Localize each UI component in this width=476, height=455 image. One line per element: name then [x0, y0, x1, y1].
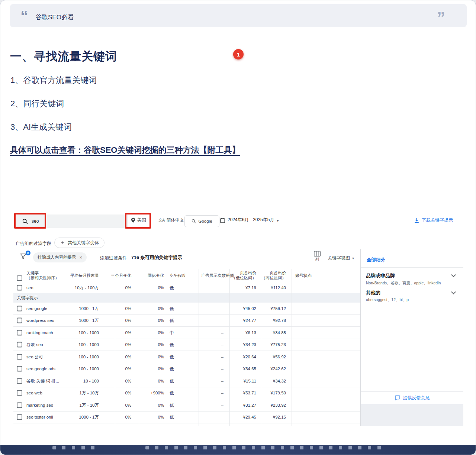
network-chip[interactable]: Google [184, 215, 219, 227]
table-row: seo google ads100 - 10000%0%低–¥34.65¥242… [13, 363, 360, 375]
article-link[interactable]: 具体可以点击查看：谷歌SEO关键词挖掘的三种方法【附工具】 [10, 145, 240, 156]
keyword-planner-screenshot: seo 美国 文A 简体中文 Google 2024年6月 - 2025年5月 … [13, 209, 463, 426]
volume-cell: 1万 - 10万 [80, 402, 99, 408]
keyword-cell: 谷歌 seo [26, 342, 43, 348]
step-badge: 1 [233, 49, 244, 59]
quote-text: 谷歌SEO必看 [35, 13, 74, 22]
table-row: 谷歌 seo100 - 10000%0%低–¥34.23¥775.23 [13, 339, 360, 351]
header-volume[interactable]: 平均每月搜索量 [70, 273, 99, 278]
download-icon [414, 218, 419, 223]
ad-share-cell: – [221, 403, 223, 407]
row-checkbox[interactable] [17, 390, 22, 396]
change-3m-cell: 0% [125, 391, 131, 395]
column-divider [199, 269, 199, 426]
change-3m-cell: 0% [125, 285, 131, 290]
panel-section-brand-values: Non-Brands、谷歌、百度、apple、linkedin [366, 281, 441, 286]
header-top-bid-high[interactable]: 页首出价（高位区间） [261, 271, 286, 280]
keyword-cell: seo web [26, 391, 42, 395]
header-yoy-change[interactable]: 同比变化 [148, 273, 164, 278]
bid-low-cell: ¥6.13 [245, 330, 256, 335]
bid-high-cell: ¥233.92 [270, 403, 286, 407]
row-checkbox[interactable] [17, 378, 22, 384]
keyword-cell: wordpress seo [26, 318, 54, 323]
quote-open-icon: “ [20, 11, 28, 22]
bid-low-cell: ¥31.27 [243, 403, 256, 407]
header-ad-impression-share[interactable]: 广告展示次数份额 [201, 273, 234, 278]
language-button[interactable]: 文A 简体中文 [158, 217, 184, 223]
keyword-ideas-section-row: 关键字提示 [13, 293, 360, 303]
article-page: “ 谷歌SEO必看 ” 一、寻找流量关键词 1 1、谷歌官方流量关键词 2、同行… [0, 0, 476, 455]
header-account-status: 账号状态 [295, 273, 312, 278]
columns-button[interactable]: 列 [314, 251, 321, 262]
keyword-cell: seo [26, 285, 33, 290]
plus-icon: ＋ [60, 239, 65, 246]
keyword-view-dropdown[interactable]: 关键字视图 ▾ [328, 255, 354, 261]
select-all-checkbox[interactable] [17, 275, 22, 281]
bid-high-cell: ¥179.50 [270, 391, 286, 395]
panel-section-other[interactable]: 其他的 [366, 290, 380, 296]
bid-low-cell: ¥20.64 [243, 355, 256, 359]
competition-cell: 低 [170, 342, 174, 348]
change-3m-cell: 0% [125, 415, 131, 419]
header-3month-change[interactable]: 三个月变化 [111, 273, 131, 278]
variant-chip-label: 其他关键字变体 [68, 240, 99, 246]
keyword-cell: ranking coach [26, 330, 53, 335]
competition-cell: 低 [170, 354, 174, 359]
row-checkbox[interactable] [17, 354, 22, 359]
download-label: 下载关键字提示 [422, 217, 453, 223]
bid-high-cell: ¥112.40 [271, 285, 286, 290]
row-checkbox[interactable] [17, 402, 22, 408]
competition-cell: 低 [170, 318, 174, 323]
row-checkbox[interactable] [17, 318, 22, 323]
competition-cell: 低 [170, 285, 174, 290]
panel-header-link[interactable]: 全部细分 [367, 257, 385, 263]
row-checkbox[interactable] [17, 414, 22, 420]
bid-high-cell: ¥34.32 [273, 379, 286, 383]
header-competition[interactable]: 竞争程度 [170, 273, 186, 278]
bid-high-cell: ¥759.12 [270, 306, 286, 311]
keyword-rows: seo google1000 - 1万0%0%低–¥45.02¥759.12wo… [13, 303, 360, 423]
competition-cell: 低 [170, 366, 174, 372]
column-divider [115, 269, 115, 426]
volume-cell: 1000 - 1万 [79, 414, 99, 420]
cutoff-text-fragment [145, 446, 383, 449]
header-keyword: 关键字（按相关性排序） [26, 271, 59, 280]
section-heading: 一、寻找流量关键词 [10, 49, 117, 64]
add-keyword-variant-chip[interactable]: ＋ 其他关键字变体 [54, 238, 104, 248]
header-top-bid-low[interactable]: 页首出价（低位区间） [232, 271, 256, 280]
quote-close-icon: ” [437, 12, 445, 24]
row-checkbox[interactable] [17, 366, 22, 372]
competition-cell: 低 [170, 378, 174, 384]
volume-cell: 10 - 100 [83, 379, 99, 383]
chevron-down-icon[interactable] [451, 272, 456, 277]
date-range-dropdown[interactable]: 2024年6月 - 2025年5月 ▾ [220, 217, 279, 224]
competition-cell: 低 [170, 306, 174, 311]
table-row: 谷歌 关键 词 排...10 - 1000%0%低–¥15.11¥34.32 [13, 375, 360, 387]
row-checkbox[interactable] [17, 306, 22, 311]
bid-low-cell: ¥15.11 [244, 379, 256, 383]
panel-section-brand[interactable]: 品牌或非品牌 [366, 272, 395, 279]
chevron-down-icon[interactable] [451, 290, 456, 294]
feedback-button[interactable]: 提供反馈意见 [361, 391, 463, 404]
keyword-cell: seo google ads [26, 367, 55, 371]
table-row: seo web1万 - 10万0%+900%低–¥53.71¥179.50 [13, 387, 360, 400]
row-checkbox[interactable] [17, 342, 22, 348]
competition-cell: 低 [170, 390, 174, 396]
bid-high-cell: ¥34.85 [273, 330, 286, 335]
adgroup-filter-label: 广告组的过滤字段 [16, 241, 51, 247]
change-3m-cell: 0% [125, 330, 131, 335]
change-3m-cell: 0% [125, 403, 131, 407]
yoy-cell: 0% [158, 355, 164, 359]
download-keyword-ideas-button[interactable]: 下载关键字提示 [414, 217, 453, 223]
yoy-cell: 0% [158, 379, 164, 383]
view-label: 关键字视图 [328, 255, 350, 261]
add-filter-button[interactable]: 添加过滤条件 [100, 255, 127, 261]
list-item-1: 1、谷歌官方流量关键词 [10, 75, 97, 86]
close-icon[interactable]: × [80, 255, 83, 260]
row-checkbox[interactable] [17, 285, 22, 290]
table-row: wordpress seo1000 - 1万0%0%低–¥24.77¥92.78 [13, 315, 360, 327]
row-checkbox[interactable] [17, 330, 22, 335]
exclude-adult-chip[interactable]: 排除成人内容的提示 × [33, 252, 87, 262]
bid-high-cell: ¥56.92 [273, 355, 286, 359]
translate-icon: 文A [158, 217, 164, 223]
